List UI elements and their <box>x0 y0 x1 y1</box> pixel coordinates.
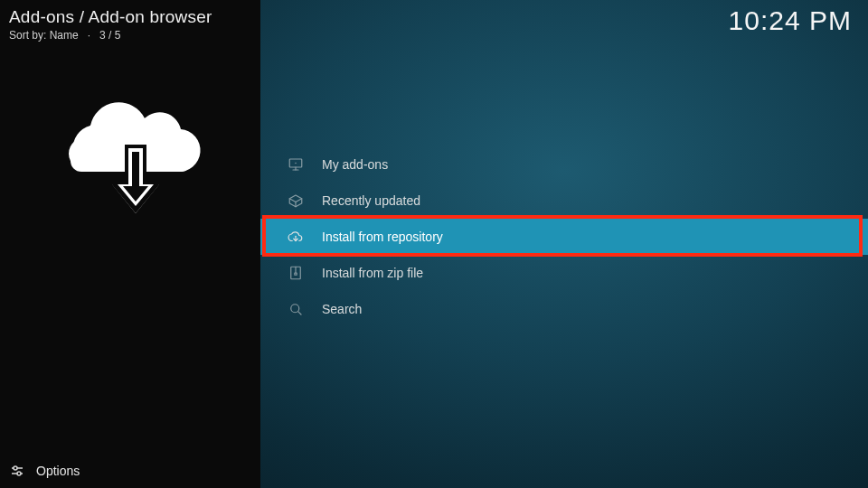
breadcrumb: Add-ons / Add-on browser <box>9 7 212 27</box>
list-position: 3 / 5 <box>99 29 120 42</box>
main-panel: 10:24 PM My add-onsRecently updatedInsta… <box>260 0 868 488</box>
zip-file-icon <box>286 263 306 283</box>
menu-item-label: Recently updated <box>322 193 420 208</box>
menu-item-label: Install from repository <box>322 230 443 244</box>
search-icon <box>286 299 306 319</box>
monitor-icon <box>286 155 306 174</box>
menu-item-label: My add-ons <box>322 157 388 172</box>
menu-item-my-add-ons[interactable]: My add-ons <box>260 146 868 183</box>
menu-item-label: Search <box>322 302 362 316</box>
sidebar: Add-ons / Add-on browser Sort by: Name ·… <box>0 0 260 488</box>
menu-list: My add-onsRecently updatedInstall from r… <box>260 146 868 327</box>
header: Add-ons / Add-on browser Sort by: Name ·… <box>9 7 212 42</box>
clock: 10:24 PM <box>729 5 852 36</box>
cloud-down-icon <box>286 227 306 247</box>
download-cloud-icon <box>58 98 203 223</box>
svg-rect-27 <box>295 273 297 275</box>
sort-line: Sort by: Name · 3 / 5 <box>9 29 212 42</box>
sliders-icon <box>9 463 25 479</box>
options-button[interactable]: Options <box>9 463 80 479</box>
sort-prefix: Sort by: <box>9 29 46 42</box>
menu-item-label: Install from zip file <box>322 266 423 280</box>
menu-item-install-from-repository[interactable]: Install from repository <box>260 219 868 255</box>
menu-item-recently-updated[interactable]: Recently updated <box>260 183 868 219</box>
sort-sep: · <box>81 29 97 42</box>
svg-point-19 <box>14 466 17 470</box>
svg-point-20 <box>17 472 21 475</box>
box-open-icon <box>286 191 306 211</box>
options-label: Options <box>36 464 80 478</box>
svg-line-29 <box>298 312 301 314</box>
svg-point-24 <box>295 163 297 164</box>
menu-item-search[interactable]: Search <box>260 291 868 327</box>
menu-item-install-from-zip-file[interactable]: Install from zip file <box>260 255 868 291</box>
sort-value: Name <box>50 29 79 42</box>
